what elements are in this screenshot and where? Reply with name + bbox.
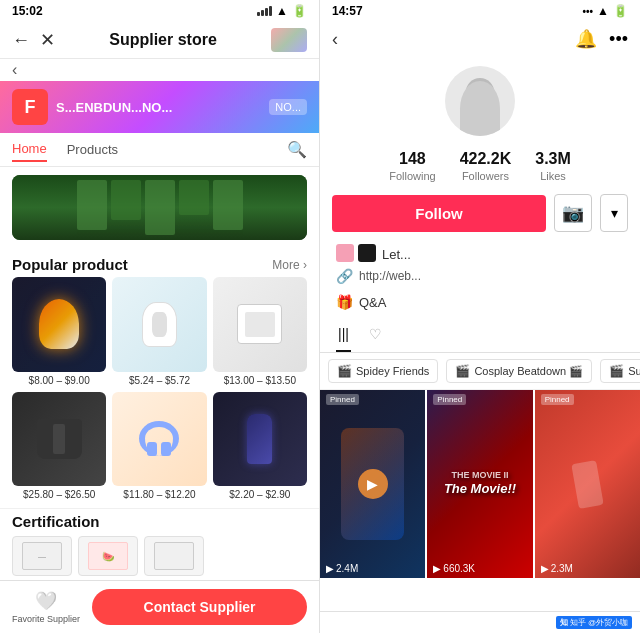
right-status-bar: 14:57 ••• ▲ 🔋	[320, 0, 640, 22]
product-item-5[interactable]: $11.80 – $12.20	[112, 392, 206, 500]
video-item-2[interactable]: THE MOVIE II The Movie!! Pinned ▶ 660.3K	[427, 390, 532, 578]
color-block-dark	[358, 244, 376, 262]
video-bg-3	[535, 390, 640, 578]
playlist-tabs: 🎬 Spidey Friends 🎬 Cosplay Beatdown 🎬 🎬 …	[320, 353, 640, 390]
video-overlay-2: Pinned	[427, 390, 532, 409]
right-back-button[interactable]: ‹	[332, 29, 338, 50]
right-wifi-icon: ▲	[597, 4, 609, 18]
products-grid: $8.00 – $9.00 $5.24 – $5.72 $13.00 – $13…	[0, 277, 319, 508]
product-item-4[interactable]: $25.80 – $26.50	[12, 392, 106, 500]
playlist-tab-3[interactable]: 🎬 Su...	[600, 359, 640, 383]
playlist-tab-2[interactable]: 🎬 Cosplay Beatdown 🎬	[446, 359, 592, 383]
video-views-3: ▶ 2.3M	[541, 563, 573, 574]
left-status-bar: 15:02 ▲ 🔋	[0, 0, 319, 22]
avatar-body	[460, 81, 500, 136]
playlist-icon-2: 🎬	[455, 364, 470, 378]
video-item-1[interactable]: ▶ Pinned ▶ 2.4M	[320, 390, 425, 578]
product-image-3	[213, 277, 307, 371]
tab-products[interactable]: Products	[67, 138, 118, 161]
content-tabs: ||| ♡	[320, 316, 640, 353]
right-signal-icon: •••	[583, 6, 594, 17]
notification-icon[interactable]: 🔔	[575, 28, 597, 50]
contact-supplier-button[interactable]: Contact Supplier	[92, 589, 307, 625]
zhihu-badge: 知 知乎 @外贸小咖	[556, 616, 632, 629]
playlist-label-2: Cosplay Beatdown 🎬	[474, 365, 583, 378]
watermark-text: 知乎 @外贸小咖	[570, 617, 628, 628]
product-item-1[interactable]: $8.00 – $9.00	[12, 277, 106, 385]
product-image-4	[12, 392, 106, 486]
product-item-3[interactable]: $13.00 – $13.50	[213, 277, 307, 385]
instagram-icon: 📷	[562, 202, 584, 224]
tab-videos[interactable]: |||	[336, 322, 351, 352]
following-label: Following	[389, 170, 435, 182]
action-row: Follow 📷 ▾	[320, 190, 640, 240]
battery-icon: 🔋	[292, 4, 307, 18]
right-time: 14:57	[332, 4, 363, 18]
tab-home[interactable]: Home	[12, 137, 47, 162]
profile-section	[320, 56, 640, 142]
more-dropdown-button[interactable]: ▾	[600, 194, 628, 232]
right-action-icons: 🔔 •••	[575, 28, 628, 50]
bio-link[interactable]: http://web...	[359, 269, 421, 283]
factory-image	[12, 175, 307, 240]
following-count: 148	[399, 150, 426, 168]
pinned-badge-2: Pinned	[433, 394, 466, 405]
playlist-label-3: Su...	[628, 365, 640, 377]
more-link[interactable]: More ›	[272, 258, 307, 272]
close-button[interactable]: ✕	[40, 29, 55, 51]
product-item-2[interactable]: $5.24 – $5.72	[112, 277, 206, 385]
playlist-tab-1[interactable]: 🎬 Spidey Friends	[328, 359, 438, 383]
tab-liked[interactable]: ♡	[367, 322, 384, 352]
more-options-icon[interactable]: •••	[609, 29, 628, 50]
color-block-pink	[336, 244, 354, 262]
video-bg-2: THE MOVIE II The Movie!!	[427, 390, 532, 578]
watermark-bar: 知 知乎 @外贸小咖	[320, 611, 640, 633]
bottom-action-bar: 🤍 Favorite Supplier Contact Supplier	[0, 580, 319, 633]
likes-count: 3.3M	[535, 150, 571, 168]
left-time: 15:02	[12, 4, 43, 18]
cert-image-1: —	[12, 536, 72, 576]
play-icon-2: ▶	[433, 563, 441, 574]
cert-section: Certification — 🍉	[0, 508, 319, 580]
favorite-button[interactable]: 🤍 Favorite Supplier	[12, 590, 80, 624]
zhihu-icon: 知	[560, 617, 568, 628]
likes-label: Likes	[540, 170, 566, 182]
product-price-2: $5.24 – $5.72	[129, 375, 190, 386]
cert-images: — 🍉	[12, 536, 307, 576]
video-views-1: ▶ 2.4M	[326, 563, 358, 574]
video-overlay-3: Pinned	[535, 390, 640, 409]
back-button[interactable]: ←	[12, 30, 30, 51]
popular-title: Popular product	[12, 256, 128, 273]
video-bg-1: ▶	[320, 390, 425, 578]
videos-grid: ▶ Pinned ▶ 2.4M THE MOVIE II The Movie!!…	[320, 390, 640, 611]
follow-button[interactable]: Follow	[332, 195, 546, 232]
left-nav-bar: ← ✕ Supplier store	[0, 22, 319, 59]
stats-row: 148 Following 422.2K Followers 3.3M Like…	[320, 142, 640, 190]
followers-label: Followers	[462, 170, 509, 182]
product-item-6[interactable]: $2.20 – $2.90	[213, 392, 307, 500]
video-views-2: ▶ 660.3K	[433, 563, 475, 574]
bio-section: Let... 🔗 http://web...	[320, 240, 640, 292]
following-stat: 148 Following	[389, 150, 435, 182]
video-overlay-1: Pinned	[320, 390, 425, 409]
playlist-icon-3: 🎬	[609, 364, 624, 378]
cert-title: Certification	[12, 513, 307, 530]
popular-section-header: Popular product More ›	[0, 248, 319, 277]
video-item-3[interactable]: Pinned ▶ 2.3M	[535, 390, 640, 578]
right-battery-icon: 🔋	[613, 4, 628, 18]
play-icon-1: ▶	[326, 563, 334, 574]
store-name: S...ENBDUN...NO...	[56, 100, 172, 115]
right-panel: 14:57 ••• ▲ 🔋 ‹ 🔔 ••• 148 Following 422.…	[320, 0, 640, 633]
no-badge: NO...	[269, 99, 307, 115]
movie-subtitle: THE MOVIE II	[444, 470, 516, 482]
pinned-badge-3: Pinned	[541, 394, 574, 405]
followers-count: 422.2K	[460, 150, 512, 168]
product-price-5: $11.80 – $12.20	[123, 489, 195, 500]
pinned-badge-1: Pinned	[326, 394, 359, 405]
breadcrumb-back[interactable]: ‹	[12, 61, 17, 78]
qa-label[interactable]: Q&A	[359, 295, 386, 310]
search-button[interactable]: 🔍	[287, 140, 307, 159]
instagram-button[interactable]: 📷	[554, 194, 592, 232]
link-icon: 🔗	[336, 268, 353, 284]
product-image-6	[213, 392, 307, 486]
